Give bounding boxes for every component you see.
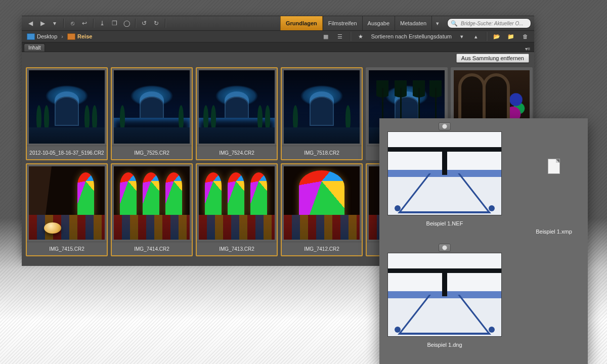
trash-icon[interactable]: 🗑 — [519, 32, 531, 40]
thumbnail-image — [199, 70, 275, 144]
thumbnail-item[interactable]: IMG_7414.CR2 — [111, 163, 193, 256]
file-caption: Beispiel 1.NEF — [387, 220, 502, 226]
refine-icon[interactable]: ❐ — [109, 19, 120, 28]
thumbnail-image — [114, 70, 190, 144]
file-item-nef[interactable]: Beispiel 1.NEF — [387, 122, 502, 226]
thumbnail-filename: IMG_7524.CR2 — [197, 146, 277, 159]
thumbnail-image — [387, 131, 502, 215]
workspace-more-icon[interactable]: ▾ — [431, 16, 443, 30]
thumbnail-image — [29, 70, 105, 144]
back-icon[interactable]: ◀ — [25, 19, 36, 28]
thumbnail-item[interactable]: IMG_7412.CR2 — [281, 163, 363, 256]
thumbnail-image — [284, 166, 360, 240]
rotate-cw-icon[interactable]: ↻ — [151, 19, 162, 28]
toolbar-separator — [135, 19, 136, 28]
open-recent-icon[interactable]: 📂 — [491, 32, 503, 40]
thumbnail-item[interactable]: IMG_7415.CR2 — [26, 163, 108, 256]
thumbnail-filename: IMG_7525.CR2 — [112, 146, 192, 159]
thumbnail-filename: IMG_7518.CR2 — [282, 146, 362, 159]
thumbnail-item[interactable]: IMG_7518.CR2 — [281, 67, 363, 160]
workspace-tab-ausgabe[interactable]: Ausgabe — [362, 16, 395, 30]
breadcrumb-label: Desktop — [37, 33, 57, 39]
thumbnail-image — [29, 166, 105, 240]
thumbnail-item[interactable]: IMG_7524.CR2 — [196, 67, 278, 160]
panel-menu-icon[interactable]: ▾≡ — [523, 46, 532, 52]
main-toolbar: ◀ ▶ ▾ ⎋ ↩ ⤓ ❐ ◯ ↺ ↻ Grundlagen Filmstrei… — [22, 16, 534, 31]
folder-blue-icon — [27, 33, 35, 40]
forward-icon[interactable]: ▶ — [37, 19, 48, 28]
thumbnail-filename: IMG_7413.CR2 — [197, 242, 277, 255]
toolbar-separator — [63, 19, 64, 28]
search-icon: 🔍 — [451, 20, 458, 27]
folder-orange-icon — [67, 33, 75, 40]
chevron-down-icon[interactable]: ▾ — [456, 32, 468, 40]
toolbar-separator — [93, 19, 94, 28]
new-folder-icon[interactable]: 📁 — [505, 32, 517, 40]
toolbar-separator — [486, 32, 487, 41]
nav-button-group: ◀ ▶ ▾ ⎋ ↩ ⤓ ❐ ◯ ↺ ↻ — [25, 19, 167, 28]
file-caption: Beispiel 1.xmp — [526, 229, 582, 235]
thumbnail-filename: IMG_7415.CR2 — [27, 242, 107, 255]
acr-badge-icon — [439, 244, 451, 252]
open-raw-icon[interactable]: ◯ — [121, 19, 132, 28]
thumbnail-item[interactable]: IMG_7413.CR2 — [196, 163, 278, 256]
file-caption: Beispiel 1.dng — [387, 342, 502, 348]
details-view-icon[interactable]: ☰ — [334, 32, 346, 40]
thumbnails-view-icon[interactable]: ▦ — [320, 32, 332, 40]
view-tools: ▦ ☰ ★ Sortieren nach Erstellungsdatum ▾ … — [320, 32, 531, 41]
toolbar-separator — [350, 32, 351, 41]
breadcrumb-desktop[interactable]: Desktop — [25, 32, 59, 41]
history-dropdown-icon[interactable]: ▾ — [49, 19, 60, 28]
sort-label[interactable]: Sortieren nach Erstellungsdatum — [369, 33, 454, 39]
thumbnail-image — [114, 166, 190, 240]
workspace-tab-metadaten[interactable]: Metadaten — [395, 16, 431, 30]
boomerang-icon[interactable]: ↩ — [79, 19, 90, 28]
toolbar-separator — [165, 19, 165, 28]
rating-star-icon[interactable]: ★ — [355, 32, 367, 40]
search-field[interactable]: 🔍 — [447, 18, 531, 28]
file-item-dng[interactable]: Beispiel 1.dng — [387, 244, 502, 348]
sort-direction-icon[interactable]: ▴ — [470, 32, 482, 40]
remove-from-collection-button[interactable]: Aus Sammlung entfernen — [456, 54, 529, 63]
thumbnail-filename: IMG_7412.CR2 — [282, 242, 362, 255]
thumbnail-filename: 2012-10-05_18-16-37_5196.CR2 — [27, 146, 107, 159]
workspace-tab-filmstreifen[interactable]: Filmstreifen — [323, 16, 362, 30]
rotate-ccw-icon[interactable]: ↺ — [139, 19, 150, 28]
breadcrumb-label: Reise — [77, 33, 92, 39]
thumbnail-item[interactable]: IMG_7525.CR2 — [111, 67, 193, 160]
tab-inhalt[interactable]: Inhalt — [24, 43, 45, 52]
path-bar: Desktop › Reise ▦ ☰ ★ Sortieren nach Ers… — [22, 31, 534, 42]
breadcrumb-reise[interactable]: Reise — [65, 32, 94, 41]
file-item-xmp[interactable]: Beispiel 1.xmp — [526, 159, 582, 235]
workspace-switcher: Grundlagen Filmstreifen Ausgabe Metadate… — [280, 16, 443, 30]
reveal-icon[interactable]: ⎋ — [67, 19, 78, 28]
xmp-file-icon — [548, 159, 560, 174]
thumbnail-item[interactable]: 2012-10-05_18-16-37_5196.CR2 — [26, 67, 108, 160]
search-input[interactable] — [460, 20, 528, 27]
secondary-panel: Beispiel 1.NEF Beispiel 1.xmp Beispiel 1… — [379, 118, 588, 364]
thumbnail-image — [284, 70, 360, 144]
panel-tabbar: Inhalt ▾≡ — [22, 42, 534, 52]
thumbnail-filename: IMG_7414.CR2 — [112, 242, 192, 255]
thumbnail-image — [387, 253, 502, 337]
acr-badge-icon — [439, 122, 451, 130]
camera-download-icon[interactable]: ⤓ — [97, 19, 108, 28]
thumbnail-image — [199, 166, 275, 240]
workspace-tab-grundlagen[interactable]: Grundlagen — [280, 16, 323, 30]
breadcrumb-separator-icon: › — [61, 33, 63, 39]
